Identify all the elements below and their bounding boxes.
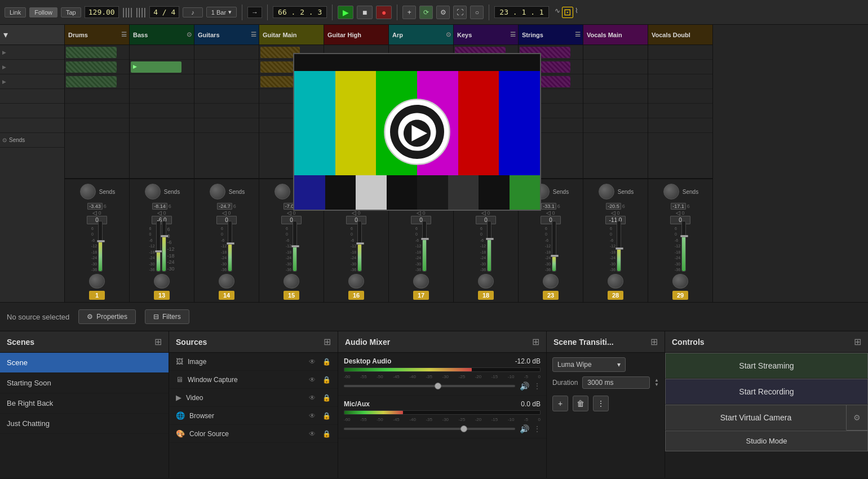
vocals-main-mixer: Sends -20.5 6 ◁ 0 -11.0 6 0 xyxy=(583,178,648,302)
separator-3 xyxy=(332,5,333,20)
browser-eye-icon[interactable]: 👁 xyxy=(309,412,316,420)
track-row-5 xyxy=(0,104,64,118)
transition-menu-button[interactable]: ⋮ xyxy=(593,396,609,411)
record-button[interactable]: ● xyxy=(376,6,392,19)
scene-item-just-chatting[interactable]: Just Chatting xyxy=(0,414,169,434)
color-bar-yellow xyxy=(335,71,377,192)
expand-icon[interactable]: ⛶ xyxy=(453,6,467,19)
stop-button[interactable]: ■ xyxy=(357,6,373,19)
source-item-image[interactable]: 🖼 Image 👁 🔒 xyxy=(169,353,338,371)
track-col-vocals-doubl: Vocals Doubl Sends -17.1 xyxy=(648,25,713,302)
source-item-browser[interactable]: 🌐 Browser 👁 🔒 xyxy=(169,407,338,425)
drums-bottom-knob[interactable] xyxy=(89,274,105,289)
filters-button[interactable]: ⊟ Filters xyxy=(145,309,189,324)
link-button[interactable]: Link xyxy=(5,7,26,17)
track-header-drums: Drums ☰ xyxy=(65,25,129,45)
source-item-video[interactable]: ▶ Video 👁 🔒 xyxy=(169,389,338,407)
track-row-4 xyxy=(0,89,64,104)
image-eye-icon[interactable]: 👁 xyxy=(309,358,316,366)
duration-down-icon[interactable]: ▼ xyxy=(654,383,659,387)
scenes-panel-title: Scenes xyxy=(7,338,34,347)
scene-transitions-panel: Scene Transiti... ⊞ Luma Wipe ▾ Duration… xyxy=(547,331,665,478)
bar-dropdown[interactable]: 1 Bar ▾ xyxy=(206,7,237,17)
desktop-audio-name: Desktop Audio xyxy=(344,357,391,365)
bpm-display: 129.00 xyxy=(85,6,119,18)
transition-dropdown[interactable]: Luma Wipe ▾ xyxy=(552,357,626,372)
track-header-vocals-doubl: Vocals Doubl xyxy=(648,25,712,45)
sources-expand-icon[interactable]: ⊞ xyxy=(324,336,331,347)
audio-panel-title: Audio Mixer xyxy=(345,338,390,347)
desktop-volume-slider[interactable] xyxy=(344,385,515,387)
properties-button[interactable]: ⚙ Properties xyxy=(78,309,136,324)
desktop-audio-meter-labels: -60 -55 -50 -45 -40 -35 -30 -25 -20 -15 … xyxy=(344,374,541,379)
desktop-mute-button[interactable]: 🔊 xyxy=(520,382,529,391)
duration-label: Duration xyxy=(552,379,578,387)
obs-logo xyxy=(383,98,451,166)
duration-arrows[interactable]: ▲ ▼ xyxy=(654,378,659,387)
mic-audio-menu[interactable]: ⋮ xyxy=(534,425,541,433)
mic-aux-track: Mic/Aux 0.0 dB -60 -55 -50 -45 -40 -35 -… xyxy=(338,396,546,438)
transitions-panel-title: Scene Transiti... xyxy=(553,338,614,347)
bass-clips: ▶ xyxy=(130,45,194,178)
transitions-expand-icon[interactable]: ⊞ xyxy=(650,336,658,347)
color-lock-icon[interactable]: 🔒 xyxy=(322,430,331,438)
audio-expand-icon[interactable]: ⊞ xyxy=(532,336,539,347)
audio-mixer-panel: Audio Mixer ⊞ Desktop Audio -12.0 dB -60… xyxy=(338,331,547,478)
play-button[interactable]: ▶ xyxy=(338,6,353,19)
bass-mixer: Sends -8.14 6 ◁ 0 -6.0 6 0 xyxy=(130,178,194,302)
virtual-camera-settings-icon[interactable]: ⚙ xyxy=(847,405,868,431)
track-col-drums: Drums ☰ Sends xyxy=(65,25,130,302)
scenes-expand-icon[interactable]: ⊞ xyxy=(154,336,162,347)
filters-icon: ⊟ xyxy=(153,313,159,321)
desktop-audio-db: -12.0 dB xyxy=(515,357,541,365)
obs-preview xyxy=(293,53,541,211)
browser-lock-icon[interactable]: 🔒 xyxy=(322,412,331,420)
source-item-color-source[interactable]: 🎨 Color Source 👁 🔒 xyxy=(169,425,338,443)
window-eye-icon[interactable]: 👁 xyxy=(309,376,316,384)
position-display: 66 . 2 . 3 xyxy=(273,6,327,18)
transition-add-button[interactable]: + xyxy=(552,396,568,411)
drums-fader[interactable] xyxy=(98,221,103,272)
video-source-icon: ▶ xyxy=(176,393,181,402)
studio-mode-button[interactable]: Studio Mode xyxy=(665,431,868,451)
arrow-icon: → xyxy=(247,7,262,18)
image-lock-icon[interactable]: 🔒 xyxy=(322,358,331,366)
scene-item-starting-soon[interactable]: Starting Soon xyxy=(0,373,169,393)
bpm-bars-icon: |||| |||| xyxy=(122,6,146,18)
follow-button[interactable]: Follow xyxy=(29,7,57,17)
scenes-panel-header: Scenes ⊞ xyxy=(0,331,169,353)
drums-ch-number: 1 xyxy=(89,291,105,300)
video-eye-icon[interactable]: 👁 xyxy=(309,394,316,402)
color-eye-icon[interactable]: 👁 xyxy=(309,430,316,438)
controls-panel: Controls ⊞ Start Streaming Start Recordi… xyxy=(665,331,868,478)
transition-delete-button[interactable]: 🗑 xyxy=(573,396,588,411)
mic-volume-slider[interactable] xyxy=(344,428,515,430)
sources-panel: Sources ⊞ 🖼 Image 👁 🔒 🖥 Window Capture 👁… xyxy=(169,331,338,478)
track-header-collapse: ▾ xyxy=(0,25,64,45)
daw-tracks-area: ▾ ▶ ▶ ▶ ⊙ Sends Drums xyxy=(0,25,868,302)
mic-aux-name: Mic/Aux xyxy=(344,400,370,408)
transition-buttons: + 🗑 ⋮ xyxy=(547,391,665,416)
scenes-panel: Scenes ⊞ Scene Starting Soon Be Right Ba… xyxy=(0,331,169,478)
settings-icon[interactable]: ⚙ xyxy=(436,6,450,19)
scene-item-be-right-back[interactable]: Be Right Back xyxy=(0,393,169,414)
scene-item-scene[interactable]: Scene xyxy=(0,353,169,373)
drums-knob[interactable] xyxy=(80,184,96,199)
start-virtual-camera-button[interactable]: Start Virtual Camera xyxy=(665,405,847,431)
desktop-audio-track: Desktop Audio -12.0 dB -60 -55 -50 -45 -… xyxy=(338,353,546,396)
image-source-icon: 🖼 xyxy=(176,357,183,366)
tap-button[interactable]: Tap xyxy=(61,7,81,17)
window-lock-icon[interactable]: 🔒 xyxy=(322,376,331,384)
desktop-audio-menu[interactable]: ⋮ xyxy=(534,382,541,390)
circle-icon[interactable]: ○ xyxy=(470,6,484,19)
start-recording-button[interactable]: Start Recording xyxy=(665,379,868,405)
source-item-window-capture[interactable]: 🖥 Window Capture 👁 🔒 xyxy=(169,371,338,389)
drums-scale: 6 0 -6 -12 -18 -24 -30 -36 xyxy=(91,227,97,272)
video-lock-icon[interactable]: 🔒 xyxy=(322,394,331,402)
controls-expand-icon[interactable]: ⊞ xyxy=(854,336,861,347)
mic-mute-button[interactable]: 🔊 xyxy=(520,424,529,433)
loop-button[interactable]: ⟳ xyxy=(419,6,433,19)
add-button[interactable]: + xyxy=(402,6,416,19)
start-streaming-button[interactable]: Start Streaming xyxy=(665,353,868,379)
track-header-strings: Strings ☰ xyxy=(519,25,583,45)
